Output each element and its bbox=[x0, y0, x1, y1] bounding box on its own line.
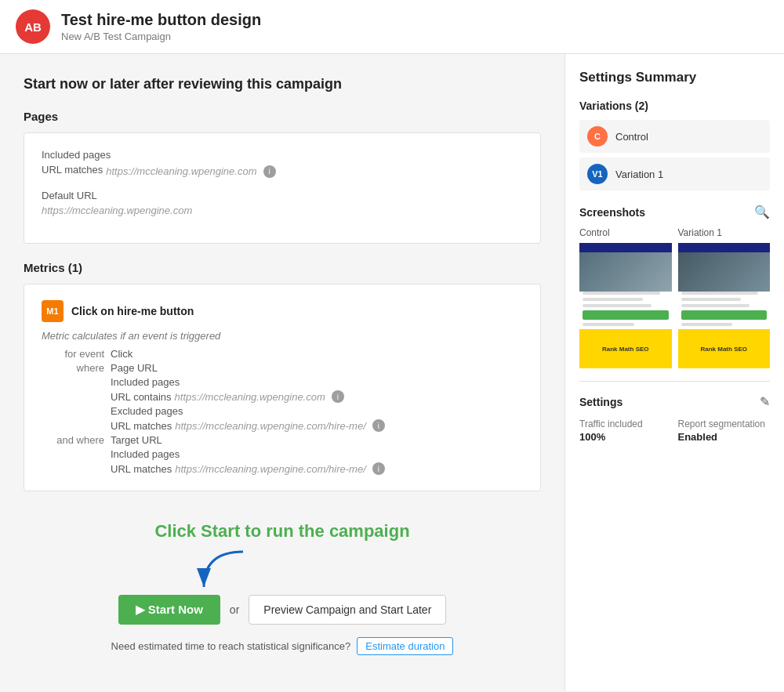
url-matches-row: URL matches https://mccleaning.wpengine.… bbox=[42, 164, 523, 179]
for-event-label: for event bbox=[42, 348, 104, 360]
screenshot-v1-image: Rank Math SEO bbox=[678, 243, 771, 368]
pages-section-label: Pages bbox=[24, 110, 541, 123]
url-matches-label3: URL matches bbox=[111, 463, 172, 475]
traffic-label: Traffic included bbox=[579, 418, 672, 429]
right-panel: Settings Summary Variations (2) C Contro… bbox=[564, 54, 784, 691]
default-url-row: Default URL https://mccleaning.wpengine.… bbox=[42, 190, 523, 216]
screenshots-header: Screenshots 🔍 bbox=[579, 205, 770, 219]
screenshot-col-control: Control Rank Math SEO bbox=[579, 227, 672, 368]
url-matches2-info-icon[interactable]: i bbox=[372, 419, 385, 432]
estimate-row: Need estimated time to reach statistical… bbox=[24, 637, 541, 655]
and-where-label: and where bbox=[42, 434, 104, 446]
page-title: Start now or later after reviewing this … bbox=[24, 76, 541, 92]
header-text: Test hire-me button design New A/B Test … bbox=[61, 11, 261, 42]
cta-section: Click Start to run the campaign ▶ Start … bbox=[24, 509, 541, 663]
page-url-label: Page URL bbox=[111, 362, 523, 374]
variations-label: Variations (2) bbox=[579, 100, 770, 112]
url-matches-value3: https://mccleaning.wpengine.com/hire-me/ bbox=[175, 463, 366, 475]
for-event-val: Click bbox=[111, 348, 523, 360]
v1-name: Variation 1 bbox=[615, 168, 663, 180]
cta-text: Click Start to run the campaign bbox=[24, 521, 541, 542]
metrics-card: M1 Click on hire-me button Metric calcul… bbox=[24, 284, 541, 491]
url-matches-label: URL matches bbox=[42, 164, 103, 176]
url-matches-label2: URL matches bbox=[111, 420, 172, 432]
where-label: where bbox=[42, 362, 104, 374]
settings-item-traffic: Traffic included 100% bbox=[579, 418, 672, 443]
campaign-title: Test hire-me button design bbox=[61, 11, 261, 29]
screenshots-search-icon[interactable]: 🔍 bbox=[754, 205, 770, 219]
estimate-question: Need estimated time to reach statistical… bbox=[111, 640, 351, 652]
metric-calculates-text: Metric calculates bbox=[42, 330, 118, 342]
url-matches-value: https://mccleaning.wpengine.com bbox=[106, 165, 256, 177]
control-badge: C bbox=[587, 126, 608, 147]
or-text: or bbox=[230, 603, 239, 616]
screenshots-cols: Control Rank Math SEO bbox=[579, 227, 770, 368]
settings-label: Settings bbox=[579, 396, 622, 408]
settings-edit-icon[interactable]: ✎ bbox=[760, 394, 770, 409]
segmentation-label: Report segmentation bbox=[678, 418, 771, 429]
url-matches-row3: URL matches https://mccleaning.wpengine.… bbox=[111, 462, 523, 475]
arrow-container bbox=[24, 556, 541, 595]
included-pages-label3: Included pages bbox=[111, 448, 523, 460]
included-pages-label: Included pages bbox=[42, 149, 523, 161]
settings-grid: Traffic included 100% Report segmentatio… bbox=[579, 418, 770, 443]
segmentation-value: Enabled bbox=[678, 431, 771, 443]
arrow-icon bbox=[188, 548, 251, 595]
target-url-label: Target URL bbox=[111, 434, 523, 446]
estimate-duration-button[interactable]: Estimate duration bbox=[357, 637, 453, 655]
settings-item-segmentation: Report segmentation Enabled bbox=[678, 418, 771, 443]
if-triggered-text: if an event is triggered bbox=[120, 330, 220, 342]
main-layout: Start now or later after reviewing this … bbox=[0, 54, 784, 691]
default-url-value: https://mccleaning.wpengine.com bbox=[42, 205, 523, 216]
excluded-pages-label: Excluded pages bbox=[111, 405, 523, 417]
url-matches-value2: https://mccleaning.wpengine.com/hire-me/ bbox=[175, 420, 366, 432]
pages-card: Included pages URL matches https://mccle… bbox=[24, 132, 541, 244]
v1-badge: V1 bbox=[587, 164, 608, 184]
avatar: AB bbox=[16, 9, 50, 44]
left-panel: Start now or later after reviewing this … bbox=[0, 54, 564, 691]
url-matches3-info-icon[interactable]: i bbox=[372, 462, 385, 475]
settings-header: Settings ✎ bbox=[579, 394, 770, 409]
url-contains-label: URL contains bbox=[111, 391, 172, 403]
traffic-value: 100% bbox=[579, 431, 672, 443]
url-contains-info-icon[interactable]: i bbox=[332, 390, 344, 403]
metric-header: M1 Click on hire-me button bbox=[42, 300, 523, 322]
variation-item-v1: V1 Variation 1 bbox=[579, 158, 770, 190]
variation-item-control: C Control bbox=[579, 120, 770, 153]
preview-campaign-button[interactable]: Preview Campaign and Start Later bbox=[249, 595, 446, 625]
btn-row: ▶ Start Now or Preview Campaign and Star… bbox=[24, 595, 541, 625]
metrics-section-label: Metrics (1) bbox=[24, 261, 541, 274]
metric-calculates-row: Metric calculates if an event is trigger… bbox=[42, 330, 523, 342]
start-now-button[interactable]: ▶ Start Now bbox=[118, 595, 220, 625]
url-contains-value: https://mccleaning.wpengine.com bbox=[175, 391, 325, 403]
metric-name: Click on hire-me button bbox=[71, 305, 194, 317]
screenshots-label: Screenshots bbox=[579, 206, 645, 219]
campaign-subtitle: New A/B Test Campaign bbox=[61, 31, 261, 42]
metrics-section: Metrics (1) M1 Click on hire-me button M… bbox=[24, 261, 541, 491]
settings-divider bbox=[579, 381, 770, 382]
metric-details-grid: for event Click where Page URL Included … bbox=[42, 348, 523, 475]
included-pages-row: Included pages URL matches https://mccle… bbox=[42, 149, 523, 179]
metric-badge: M1 bbox=[42, 300, 64, 322]
screenshot-col2-label: Variation 1 bbox=[678, 227, 771, 238]
screenshot-col-v1: Variation 1 Rank Math SEO bbox=[678, 227, 771, 368]
url-matches-info-icon[interactable]: i bbox=[263, 165, 276, 178]
url-matches-row2: URL matches https://mccleaning.wpengine.… bbox=[111, 419, 523, 432]
app-header: AB Test hire-me button design New A/B Te… bbox=[0, 0, 784, 54]
control-name: Control bbox=[615, 131, 648, 143]
screenshot-col1-label: Control bbox=[579, 227, 672, 238]
default-url-label: Default URL bbox=[42, 190, 523, 201]
screenshot-control-image: Rank Math SEO bbox=[579, 243, 672, 368]
included-pages-label2: Included pages bbox=[111, 376, 523, 388]
settings-summary-title: Settings Summary bbox=[579, 70, 770, 85]
url-contains-row: URL contains https://mccleaning.wpengine… bbox=[111, 390, 523, 403]
